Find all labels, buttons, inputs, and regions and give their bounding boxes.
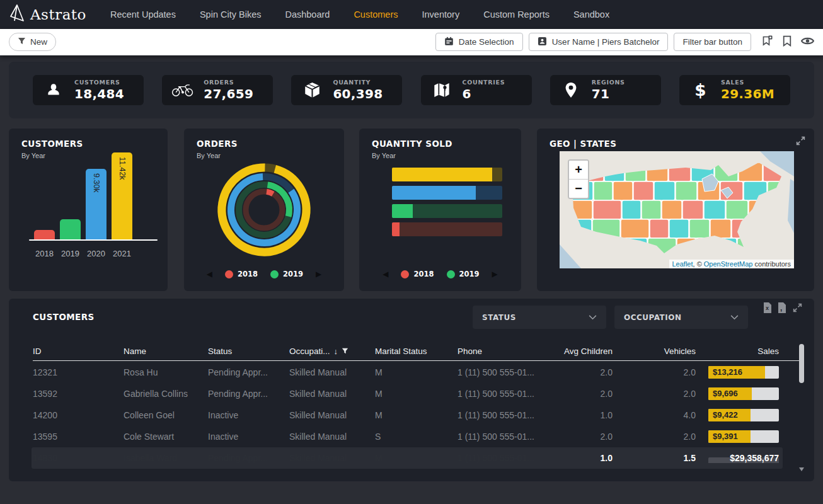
customers-bar-plot: 9.30k11.42k <box>34 152 132 239</box>
leaflet-map[interactable]: + − Leaflet, © OpenStreetMap contributor… <box>560 151 794 268</box>
column-header-phone[interactable]: Phone <box>458 346 556 356</box>
column-header-occupation[interactable]: Occupati...↓ <box>289 346 375 356</box>
orders-legend: ◀20182019▶ <box>184 270 344 278</box>
hbar-2018[interactable] <box>392 222 502 236</box>
sales-bar: $9,422 <box>708 409 779 421</box>
kpi-value: 60,398 <box>333 86 383 101</box>
legend-item-2019[interactable]: 2019 <box>447 270 480 278</box>
legend-item-2018[interactable]: 2018 <box>401 270 434 278</box>
cell-vehicles: 4.0 <box>613 410 696 420</box>
user-badge-icon <box>538 37 547 48</box>
legend-next-arrow[interactable]: ▶ <box>316 270 321 278</box>
cell-vehicles: 2.0 <box>613 389 696 399</box>
date-selection-button[interactable]: Date Selection <box>435 33 523 51</box>
legend-label: 2018 <box>238 270 258 278</box>
kpi-quantity: QUANTITY60,398 <box>291 75 402 105</box>
nav-item-custom-reports[interactable]: Custom Reports <box>483 9 550 20</box>
cell-avg_children: 2.0 <box>556 389 613 399</box>
table-totals-row: 1.01.5$29,358,677 <box>33 447 803 469</box>
table-row[interactable]: 13595Cole StewartInactiveSkilled ManualS… <box>33 426 803 447</box>
legend-label: 2019 <box>283 270 303 278</box>
cell-marital: S <box>375 432 458 442</box>
map-attribution: Leaflet, © OpenStreetMap contributors <box>669 260 795 268</box>
cell-name: Cole Stewart <box>124 432 208 442</box>
sales-bar: $9,696 <box>708 387 779 400</box>
column-funnel-icon[interactable] <box>342 346 348 356</box>
table-scrollbar[interactable] <box>799 343 804 466</box>
filter-bar-button-button[interactable]: Filter bar button <box>674 33 751 51</box>
column-header-status[interactable]: Status <box>208 346 289 356</box>
hbar-2021[interactable] <box>392 168 502 181</box>
attribution-text: , © <box>693 260 704 268</box>
column-header-id[interactable]: ID <box>33 346 124 356</box>
hbar-2019[interactable] <box>392 204 502 218</box>
total-avg_children: 1.0 <box>556 453 613 463</box>
legend-prev-arrow[interactable]: ◀ <box>383 270 388 278</box>
table-row[interactable]: 12321Rosa HuPending Appr...Skilled Manua… <box>33 362 803 383</box>
cell-occupation: Skilled Manual <box>289 432 375 442</box>
sort-descending-icon[interactable]: ↓ <box>334 346 338 356</box>
bar-2021[interactable]: 11.42k <box>112 152 132 239</box>
cell-avg_children: 1.0 <box>556 410 613 420</box>
cell-status: Inactive <box>208 432 289 442</box>
bar-2018[interactable] <box>34 230 55 239</box>
legend-dot <box>225 270 233 278</box>
legend-item-2019[interactable]: 2019 <box>270 270 303 278</box>
legend-label: 2018 <box>413 270 434 278</box>
user-name-piers-batchelor-button[interactable]: User Name | Piers Batchelor <box>529 33 669 51</box>
bar-2020[interactable]: 9.30k <box>86 169 106 239</box>
bar-2019[interactable] <box>60 219 81 239</box>
new-filter-button[interactable]: New <box>9 33 56 51</box>
export-excel-icon[interactable]: x <box>763 302 772 316</box>
map-zoom-out-button[interactable]: − <box>569 180 588 198</box>
nav-item-customers[interactable]: Customers <box>354 9 398 20</box>
bookmark-icon[interactable] <box>782 35 792 49</box>
map-zoom-in-button[interactable]: + <box>569 161 588 180</box>
status-filter-dropdown[interactable]: STATUS <box>473 306 606 329</box>
us-choropleth <box>560 151 794 268</box>
nav-item-sandbox[interactable]: Sandbox <box>573 9 609 20</box>
bookmark-add-icon[interactable] <box>761 35 773 49</box>
x-tick-label: 2019 <box>60 249 81 258</box>
kpi-sales: $SALES29.36M <box>679 75 790 105</box>
column-header-marital[interactable]: Marital Status <box>375 346 458 356</box>
hbar-2020[interactable] <box>392 186 502 200</box>
scrollbar-down-arrow[interactable] <box>799 467 804 471</box>
table-row[interactable]: 14200Colleen GoelInactiveSkilled ManualM… <box>33 404 803 426</box>
nav-item-inventory[interactable]: Inventory <box>422 9 460 20</box>
bicycle-icon <box>171 82 194 98</box>
column-header-name[interactable]: Name <box>124 346 208 356</box>
column-header-vehicles[interactable]: Vehicles <box>613 346 696 356</box>
nav-item-spin-city-bikes[interactable]: Spin City Bikes <box>200 9 262 20</box>
legend-item-2018[interactable]: 2018 <box>225 270 258 278</box>
table-row[interactable]: 13592Gabriella CollinsPending Appr...Ski… <box>33 383 803 404</box>
leaflet-link[interactable]: Leaflet <box>672 260 693 268</box>
legend-next-arrow[interactable]: ▶ <box>492 270 498 278</box>
occupation-filter-dropdown[interactable]: OCCUPATION <box>614 306 748 329</box>
dashboard-screen: Astrato Recent UpdatesSpin City BikesDas… <box>0 0 823 504</box>
cell-sales: $13,216 <box>696 366 779 379</box>
column-header-avg_children[interactable]: Avg Children <box>556 346 613 356</box>
quantity-chart-title: QUANTITY SOLD <box>372 139 452 149</box>
column-header-sales[interactable]: Sales <box>696 346 779 356</box>
orders-chart-card: ORDERS By Year ◀20182019▶ <box>184 129 344 291</box>
column-label: Avg Children <box>564 346 613 356</box>
occupation-filter-label: OCCUPATION <box>624 313 682 322</box>
kpi-label: SALES <box>721 79 774 86</box>
kpi-label: REGIONS <box>592 79 625 86</box>
openstreetmap-link[interactable]: OpenStreetMap <box>704 260 753 268</box>
nav-item-recent-updates[interactable]: Recent Updates <box>110 9 176 20</box>
nav-item-dashboard[interactable]: Dashboard <box>285 9 330 20</box>
legend-prev-arrow[interactable]: ◀ <box>207 270 212 278</box>
expand-icon[interactable] <box>792 302 803 316</box>
expand-icon[interactable] <box>795 135 806 149</box>
cell-marital: M <box>375 410 458 420</box>
eye-icon[interactable] <box>801 36 814 49</box>
geo-states-title: GEO | STATES <box>550 139 616 149</box>
kpi-label: COUNTRIES <box>463 79 505 86</box>
cell-sales: $9,391 <box>696 430 779 443</box>
export-csv-icon[interactable]: , <box>778 302 786 316</box>
map-icon <box>430 81 453 99</box>
sales-bar: $9,391 <box>708 430 779 443</box>
scrollbar-thumb[interactable] <box>799 344 804 383</box>
